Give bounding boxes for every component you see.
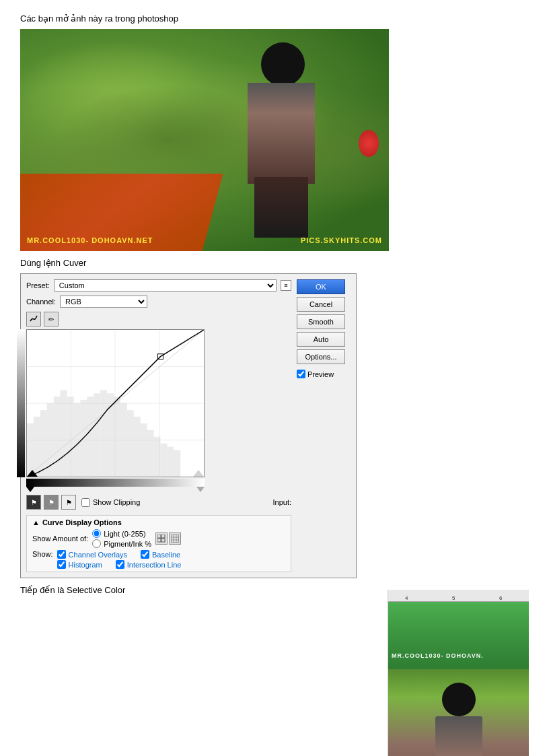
channel-select[interactable]: RGB <box>60 296 147 308</box>
svg-rect-6 <box>27 423 34 477</box>
histogram-label: Histogram <box>69 561 102 569</box>
ruler-mark-6: 6 <box>499 595 502 601</box>
pigment-label: Pigment/Ink % <box>104 540 151 548</box>
preset-row: Preset: Custom ≡ <box>26 279 291 291</box>
svg-rect-11 <box>61 390 67 477</box>
svg-rect-7 <box>34 417 40 477</box>
pencil-tool[interactable]: ✏ <box>44 312 59 327</box>
svg-rect-31 <box>157 535 161 538</box>
svg-rect-8 <box>40 410 47 477</box>
options-button[interactable]: Options... <box>297 349 345 364</box>
baseline-checkbox[interactable] <box>141 550 149 559</box>
curve-tools: ✏ <box>26 312 291 327</box>
svg-rect-20 <box>120 403 127 477</box>
curves-section-label: Dùng lệnh Cuver <box>20 258 529 268</box>
output-gradient-bar <box>17 329 25 477</box>
curve-display-header: ▲ Curve Display Options <box>32 518 285 526</box>
curve-display-title: Curve Display Options <box>42 518 122 526</box>
preview-checkbox[interactable] <box>297 370 305 378</box>
baseline-label: Baseline <box>152 551 180 559</box>
curve-canvas[interactable] <box>26 329 205 477</box>
preview-row: Preview <box>297 370 351 378</box>
svg-rect-25 <box>154 437 161 477</box>
page: Các bạn mở ảnh này ra trong photoshop MR… <box>0 0 549 609</box>
svg-rect-21 <box>127 410 134 477</box>
cancel-button[interactable]: Cancel <box>297 297 345 312</box>
channel-label: Channel: <box>26 298 56 306</box>
curves-dialog: Preset: Custom ≡ Channel: RGB <box>20 273 357 578</box>
black-eyedropper[interactable]: ⚑ <box>26 495 41 510</box>
show-clipping: Show Clipping <box>81 498 140 507</box>
intersection-label: Intersection Line <box>127 561 182 569</box>
highlight-point <box>193 470 204 477</box>
grid-icons <box>155 532 181 545</box>
ok-button[interactable]: OK <box>297 279 345 294</box>
svg-rect-24 <box>147 430 154 477</box>
flower <box>359 130 379 157</box>
show-clipping-label: Show Clipping <box>93 498 140 506</box>
preset-label: Preset: <box>26 281 50 289</box>
show-amount-label: Show Amount of: <box>32 535 88 543</box>
channel-overlays-label: Channel Overlays <box>69 551 127 559</box>
smooth-button[interactable]: Smooth <box>297 314 345 329</box>
gray-eyedropper[interactable]: ⚑ <box>44 495 59 510</box>
show-row-1: Channel Overlays Baseline <box>57 550 182 559</box>
show-checkboxes: Channel Overlays Baseline Hi <box>57 550 182 569</box>
svg-rect-22 <box>134 417 141 477</box>
input-row: ⚑ ⚑ ⚑ Show Clipping Input: <box>26 495 291 510</box>
intersection-item: Intersection Line <box>116 560 182 569</box>
side-banner-text: MR.COOL1030- DOHOAVN. <box>388 651 487 660</box>
grid-10x10-icon[interactable] <box>169 532 181 545</box>
svg-rect-19 <box>114 397 120 477</box>
side-photo-mid: MR.COOL1030- DOHOAVN. <box>388 642 529 669</box>
white-eyedropper[interactable]: ⚑ <box>61 495 76 510</box>
black-slider[interactable] <box>26 487 34 492</box>
svg-rect-23 <box>141 423 147 477</box>
preset-options-icon[interactable]: ≡ <box>281 280 291 291</box>
svg-rect-16 <box>94 393 100 477</box>
grid-4x4-icon[interactable] <box>155 532 168 545</box>
curves-right-buttons: OK Cancel Smooth Auto Options... Preview <box>297 279 351 572</box>
preview-label: Preview <box>307 370 334 378</box>
ruler-top: 4 5 6 <box>388 590 529 602</box>
light-label: Light (0-255) <box>104 530 145 538</box>
curve-area: Output: <box>26 329 291 492</box>
side-photo-person <box>388 669 529 756</box>
input-gradient-bar <box>26 479 205 487</box>
curves-left-panel: Preset: Custom ≡ Channel: RGB <box>26 279 291 572</box>
ruler-mark-5: 5 <box>452 595 455 601</box>
side-photo: MR.COOL1030- DOHOAVN. PICS.SKYHITS.C... <box>388 602 529 756</box>
side-panel: 4 5 6 MR.COOL1030- DOHOAVN. <box>388 590 529 756</box>
show-clipping-checkbox[interactable] <box>81 498 90 507</box>
dialog-wrapper: Preset: Custom ≡ Channel: RGB <box>20 273 529 578</box>
intersection-checkbox[interactable] <box>116 560 124 569</box>
svg-rect-28 <box>174 450 180 477</box>
channel-overlays-checkbox[interactable] <box>57 550 66 559</box>
svg-rect-10 <box>54 397 61 477</box>
svg-rect-34 <box>161 539 165 542</box>
histogram-item: Histogram <box>57 560 102 569</box>
white-slider[interactable] <box>196 487 205 492</box>
svg-rect-33 <box>157 539 161 542</box>
show-row-2: Histogram Intersection Line <box>57 560 182 569</box>
curve-canvas-wrapper: Output: <box>26 329 205 492</box>
histogram-checkbox[interactable] <box>57 560 66 569</box>
shadow-point <box>27 470 38 477</box>
person-silhouette <box>221 42 342 241</box>
auto-button[interactable]: Auto <box>297 332 345 347</box>
svg-rect-32 <box>161 535 165 538</box>
svg-rect-17 <box>100 390 107 477</box>
input-sliders <box>26 487 205 492</box>
show-label: Show: <box>32 550 53 558</box>
svg-rect-15 <box>87 397 94 477</box>
light-radio[interactable] <box>92 529 101 538</box>
svg-rect-39 <box>171 535 179 543</box>
collapse-icon[interactable]: ▲ <box>32 518 40 526</box>
side-photo-top <box>388 602 529 642</box>
preset-select[interactable]: Custom <box>54 279 277 291</box>
top-instruction: Các bạn mở ảnh này ra trong photoshop <box>20 13 529 24</box>
pigment-radio[interactable] <box>92 539 101 548</box>
curve-edit-tool[interactable] <box>26 312 41 327</box>
svg-rect-27 <box>167 447 174 477</box>
light-radio-item: Light (0-255) <box>92 529 151 538</box>
